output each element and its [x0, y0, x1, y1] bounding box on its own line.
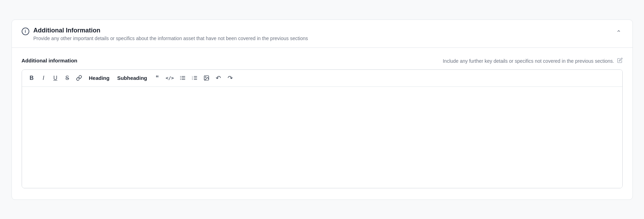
field-row: Additional information Include any furth…	[22, 58, 623, 65]
subheading-button[interactable]: Subheading	[114, 73, 150, 83]
svg-point-4	[180, 77, 181, 78]
heading-button[interactable]: Heading	[86, 73, 112, 83]
field-label: Additional information	[22, 58, 77, 63]
info-icon: i	[22, 28, 29, 35]
svg-point-13	[205, 77, 206, 77]
link-button[interactable]	[74, 73, 84, 83]
svg-text:3.: 3.	[192, 78, 193, 80]
bullet-list-button[interactable]	[178, 73, 187, 83]
card-title: Additional Information	[34, 27, 308, 34]
card-header: i Additional Information Provide any oth…	[12, 20, 632, 48]
editor-content-area[interactable]	[22, 87, 622, 188]
underline-button[interactable]: U	[51, 73, 60, 83]
italic-button[interactable]: I	[39, 73, 49, 83]
bold-button[interactable]: B	[27, 73, 37, 83]
svg-point-5	[180, 79, 181, 80]
redo-button[interactable]: ↷	[225, 73, 235, 83]
card-body: Additional information Include any furth…	[12, 48, 632, 199]
field-hint-text: Include any further key details or speci…	[443, 58, 614, 64]
additional-information-card: i Additional Information Provide any oth…	[12, 20, 633, 200]
editor-container: B I U S Heading Subheading “ </>	[22, 69, 623, 188]
image-button[interactable]	[201, 73, 211, 83]
ordered-list-button[interactable]: 1. 2. 3.	[190, 73, 199, 83]
code-button[interactable]: </>	[164, 73, 176, 83]
strikethrough-button[interactable]: S	[62, 73, 72, 83]
header-text: Additional Information Provide any other…	[34, 27, 308, 41]
edit-icon[interactable]	[617, 58, 623, 65]
quote-button[interactable]: “	[152, 73, 162, 83]
svg-point-3	[180, 76, 181, 77]
undo-button[interactable]: ↶	[213, 73, 223, 83]
header-left: i Additional Information Provide any oth…	[22, 27, 308, 41]
editor-toolbar: B I U S Heading Subheading “ </>	[22, 70, 622, 87]
card-subtitle: Provide any other important details or s…	[34, 36, 308, 41]
field-hint: Include any further key details or speci…	[443, 58, 622, 65]
collapse-button[interactable]: ⌃	[615, 28, 623, 38]
